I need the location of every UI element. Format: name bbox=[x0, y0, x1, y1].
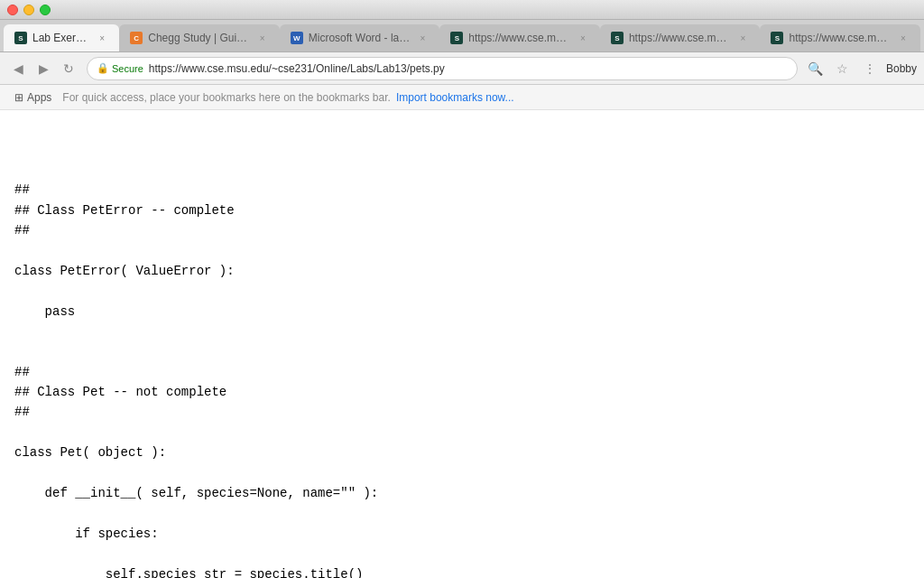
tab-close-3[interactable]: × bbox=[416, 32, 429, 44]
lock-icon: 🔒 bbox=[97, 62, 109, 74]
code-line-17: def __init__( self, species=None, name="… bbox=[14, 483, 910, 503]
tab-close-6[interactable]: × bbox=[897, 32, 910, 44]
tab-4[interactable]: Shttps://www.cse.msu.edu/...× bbox=[439, 24, 600, 51]
code-line-16 bbox=[14, 463, 910, 483]
url-text: https://www.cse.msu.edu/~cse231/Online/L… bbox=[149, 62, 445, 75]
code-line-4: ## bbox=[14, 220, 910, 240]
tab-label-4: https://www.cse.msu.edu/... bbox=[468, 32, 571, 44]
close-button[interactable] bbox=[7, 5, 18, 15]
apps-button[interactable]: ⊞ Apps bbox=[9, 89, 57, 106]
url-bar[interactable]: 🔒 Secure https://www.cse.msu.edu/~cse231… bbox=[87, 57, 798, 80]
menu-button[interactable]: ⋮ bbox=[859, 58, 881, 79]
code-line-7 bbox=[14, 281, 910, 301]
back-button[interactable]: ◀ bbox=[7, 58, 29, 79]
code-line-15: class Pet( object ): bbox=[14, 443, 910, 462]
tab-label-1: Lab Exercises bbox=[32, 32, 90, 44]
code-line-18 bbox=[14, 503, 910, 523]
tab-label-5: https://www.cse.msu.edu/... bbox=[629, 32, 732, 44]
tab-label-3: Microsoft Word - lab13.doc... bbox=[309, 32, 411, 44]
traffic-lights bbox=[7, 5, 51, 15]
title-bar bbox=[0, 0, 924, 20]
bookmark-button[interactable]: ☆ bbox=[832, 58, 854, 79]
tab-label-6: https://www.cse.msu.edu/... bbox=[789, 32, 892, 44]
tab-6[interactable]: Shttps://www.cse.msu.edu/...× bbox=[760, 24, 920, 51]
tab-favicon-2: C bbox=[130, 32, 143, 44]
tab-close-2[interactable]: × bbox=[256, 32, 269, 44]
minimize-button[interactable] bbox=[23, 5, 34, 15]
secure-badge: 🔒 Secure bbox=[97, 62, 143, 74]
tab-favicon-4: S bbox=[450, 32, 463, 44]
address-bar: ◀ ▶ ↻ 🔒 Secure https://www.cse.msu.edu/~… bbox=[0, 52, 924, 85]
tab-favicon-6: S bbox=[771, 32, 783, 44]
tab-favicon-1: S bbox=[14, 32, 27, 44]
code-line-20 bbox=[14, 544, 910, 564]
tab-close-4[interactable]: × bbox=[577, 32, 589, 44]
apps-label: Apps bbox=[27, 91, 51, 104]
code-line-3: ## Class PetError -- complete bbox=[14, 200, 910, 220]
import-bookmarks-link[interactable]: Import bookmarks now... bbox=[396, 91, 514, 104]
tab-close-1[interactable]: × bbox=[96, 32, 108, 44]
refresh-button[interactable]: ↻ bbox=[58, 58, 79, 79]
tab-3[interactable]: WMicrosoft Word - lab13.doc...× bbox=[280, 24, 440, 51]
nav-buttons: ◀ ▶ ↻ bbox=[7, 58, 79, 79]
forward-button[interactable]: ▶ bbox=[32, 58, 54, 79]
bookmarks-bar: ⊞ Apps For quick access, place your book… bbox=[0, 85, 924, 110]
main-content: #### Class PetError -- complete## class … bbox=[0, 110, 924, 578]
code-line-1 bbox=[14, 160, 910, 180]
tab-close-5[interactable]: × bbox=[736, 32, 749, 44]
code-line-21: self.species_str = species.title() bbox=[14, 564, 910, 578]
tab-5[interactable]: Shttps://www.cse.msu.edu/...× bbox=[600, 24, 761, 51]
grid-icon: ⊞ bbox=[14, 91, 23, 104]
tab-2[interactable]: CChegg Study | Guided Sol...× bbox=[119, 24, 280, 51]
search-button[interactable]: 🔍 bbox=[805, 58, 827, 79]
code-line-11: ## bbox=[14, 362, 910, 382]
user-name: Bobby bbox=[886, 62, 917, 75]
code-area: #### Class PetError -- complete## class … bbox=[0, 119, 924, 578]
tab-label-2: Chegg Study | Guided Sol... bbox=[148, 32, 251, 44]
tab-favicon-5: S bbox=[611, 32, 624, 44]
tab-1[interactable]: SLab Exercises× bbox=[4, 24, 119, 51]
code-line-13: ## bbox=[14, 402, 910, 422]
code-line-2: ## bbox=[14, 180, 910, 200]
code-line-5 bbox=[14, 240, 910, 260]
tab-bar: SLab Exercises×CChegg Study | Guided Sol… bbox=[0, 20, 924, 52]
code-line-9 bbox=[14, 322, 910, 341]
code-line-6: class PetError( ValueError ): bbox=[14, 261, 910, 281]
bookmark-hint: For quick access, place your bookmarks h… bbox=[62, 91, 391, 104]
code-line-8: pass bbox=[14, 302, 910, 322]
code-line-10 bbox=[14, 341, 910, 361]
secure-label: Secure bbox=[112, 63, 143, 74]
code-line-14 bbox=[14, 423, 910, 443]
maximize-button[interactable] bbox=[40, 5, 51, 15]
code-line-19: if species: bbox=[14, 524, 910, 544]
tab-favicon-3: W bbox=[291, 32, 303, 44]
address-right-controls: 🔍 ☆ ⋮ Bobby bbox=[805, 58, 917, 79]
code-line-12: ## Class Pet -- not complete bbox=[14, 382, 910, 402]
